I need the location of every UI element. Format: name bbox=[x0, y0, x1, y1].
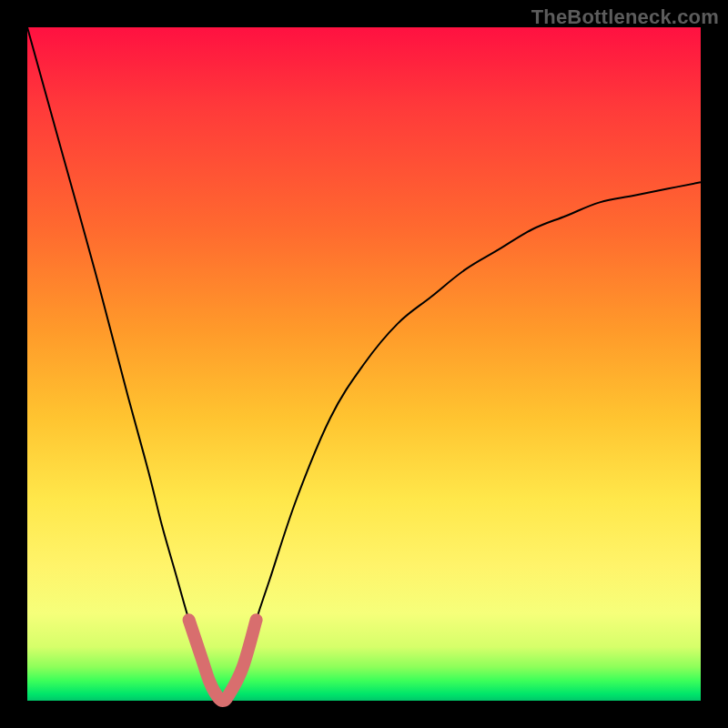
chart-container: TheBottleneck.com bbox=[0, 0, 728, 728]
bottleneck-curve bbox=[27, 27, 701, 701]
optimal-region-marker bbox=[189, 620, 257, 701]
curve-svg bbox=[27, 27, 701, 701]
watermark-text: TheBottleneck.com bbox=[531, 5, 719, 29]
plot-area bbox=[27, 27, 701, 701]
